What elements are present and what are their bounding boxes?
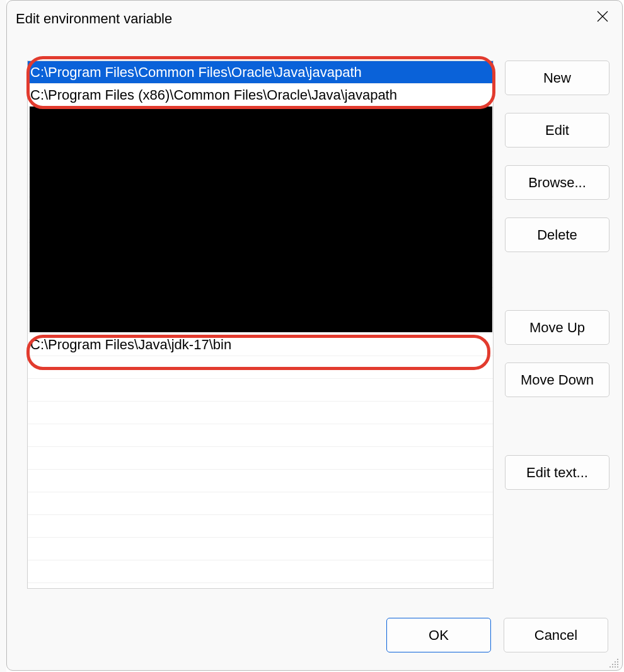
background-window-edge (0, 0, 6, 672)
dialog-title: Edit environment variable (7, 11, 172, 27)
delete-button[interactable]: Delete (505, 217, 610, 252)
resize-grip-icon[interactable] (608, 656, 620, 668)
list-item[interactable] (28, 560, 493, 583)
close-icon (596, 10, 609, 26)
list-item[interactable] (28, 492, 493, 515)
cancel-button[interactable]: Cancel (504, 618, 608, 652)
ok-button[interactable]: OK (386, 618, 491, 652)
list-item[interactable] (28, 470, 493, 492)
svg-rect-4 (615, 664, 616, 665)
move-down-button[interactable]: Move Down (505, 362, 610, 397)
new-button[interactable]: New (505, 61, 610, 95)
svg-rect-3 (612, 664, 613, 665)
list-item[interactable] (28, 379, 493, 402)
browse-button[interactable]: Browse... (505, 165, 610, 200)
svg-rect-9 (617, 666, 618, 668)
edit-text-button[interactable]: Edit text... (505, 455, 610, 490)
list-item[interactable] (28, 356, 493, 379)
list-item[interactable] (28, 424, 493, 447)
move-up-button[interactable]: Move Up (505, 310, 610, 345)
edit-env-var-dialog: Edit environment variable C:\Program Fil… (6, 0, 623, 671)
svg-rect-2 (617, 661, 618, 663)
redacted-region (30, 107, 492, 332)
list-item[interactable] (28, 402, 493, 424)
svg-rect-6 (610, 666, 611, 668)
close-button[interactable] (587, 4, 618, 32)
list-item[interactable]: C:\Program Files\Common Files\Oracle\Jav… (28, 61, 493, 84)
svg-rect-7 (612, 666, 613, 668)
list-item[interactable] (28, 515, 493, 538)
titlebar: Edit environment variable (7, 1, 622, 37)
dialog-footer: OK Cancel (7, 618, 622, 652)
svg-rect-1 (615, 661, 616, 663)
list-item[interactable]: C:\Program Files (x86)\Common Files\Orac… (28, 84, 493, 107)
list-item[interactable] (28, 447, 493, 470)
svg-rect-0 (617, 659, 618, 660)
edit-button[interactable]: Edit (505, 113, 610, 148)
side-button-panel: New Edit Browse... Delete Move Up Move D… (505, 61, 611, 507)
svg-rect-8 (615, 666, 616, 668)
list-item[interactable]: C:\Program Files\Java\jdk-17\bin (28, 333, 493, 356)
list-item[interactable] (28, 538, 493, 560)
svg-rect-5 (617, 664, 618, 665)
path-listbox[interactable]: C:\Program Files\Common Files\Oracle\Jav… (27, 61, 494, 589)
